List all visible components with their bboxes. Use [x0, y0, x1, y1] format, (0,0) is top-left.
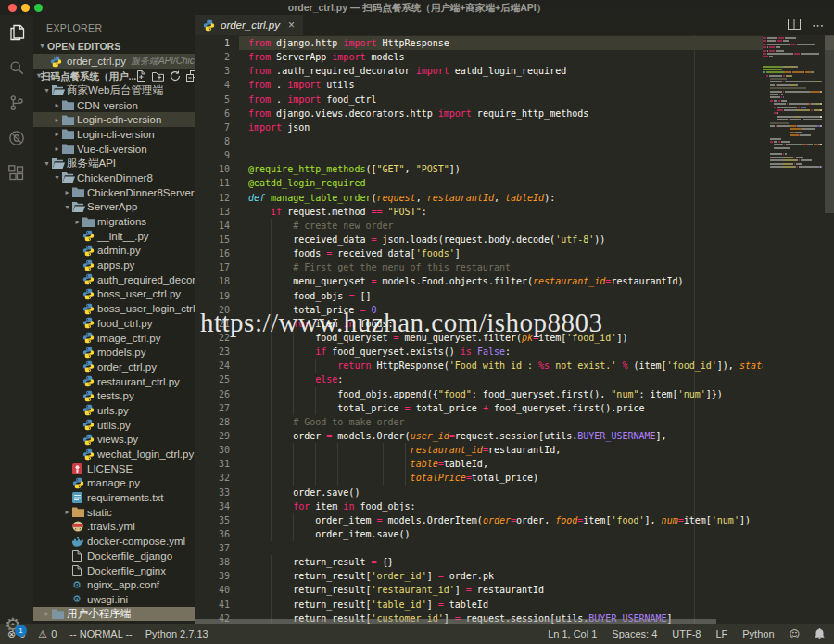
code-line[interactable]: @eatdd_login_required — [239, 176, 834, 190]
code-line[interactable]: total_price = total_price + food_queryse… — [239, 401, 834, 415]
tree-item[interactable]: boss_user_login_ctrl.py — [33, 301, 195, 316]
split-editor-icon[interactable] — [788, 17, 801, 33]
chevron-right-icon[interactable]: ▸ — [52, 145, 62, 153]
tree-item[interactable]: ▾ServerApp — [33, 200, 195, 215]
source-control-icon[interactable] — [0, 85, 33, 120]
chevron-right-icon[interactable]: ▸ — [52, 101, 62, 109]
code-line[interactable]: from django.views.decorators.http import… — [239, 107, 834, 120]
tree-item[interactable]: .travis.yml — [33, 520, 195, 535]
tree-item[interactable]: urls.py — [33, 403, 195, 418]
code-line[interactable]: table=tableId, — [239, 457, 834, 471]
code-line[interactable]: def manage_table_order(request, restaura… — [239, 191, 834, 205]
code-line[interactable]: order.save() — [239, 486, 834, 499]
close-tab-icon[interactable]: × — [288, 19, 295, 32]
tree-item[interactable]: ▾服务端API — [33, 156, 195, 170]
new-file-icon[interactable] — [136, 70, 146, 82]
chevron-down-icon[interactable]: ▾ — [42, 86, 52, 95]
tree-item[interactable]: requirements.txt — [33, 490, 195, 505]
collapse-all-icon[interactable] — [186, 70, 195, 82]
code-line[interactable]: order = models.Order(user_id=request.ses… — [239, 429, 834, 443]
tree-item[interactable]: ▸Login-cdn-version — [33, 112, 195, 127]
code-line[interactable]: return_result['order_id'] = order.pk — [239, 569, 834, 583]
open-editors-header[interactable]: ▾ OPEN EDITORS — [33, 39, 195, 54]
tree-item[interactable]: ▸用户小程序端 — [33, 607, 195, 622]
settings-gear[interactable]: ⚙ 1 — [0, 612, 33, 640]
tree-item[interactable]: auth_required_decorat... — [33, 272, 195, 287]
minimap[interactable] — [763, 35, 825, 624]
code-line[interactable]: foods = received_data['foods'] — [239, 246, 834, 260]
tree-item[interactable]: ▸ChickenDinner8Server — [33, 185, 195, 200]
tree-item[interactable]: ⚙nginx_app.conf — [33, 577, 195, 592]
code-line[interactable]: else: — [239, 373, 834, 386]
chevron-right-icon[interactable]: ▸ — [52, 130, 62, 138]
tree-item[interactable]: views.py — [33, 433, 195, 448]
chevron-down-icon[interactable]: ▾ — [62, 203, 72, 211]
tree-item[interactable]: image_ctrl.py — [33, 331, 195, 346]
tree-item[interactable]: order_ctrl.py — [33, 360, 195, 374]
vertical-scrollbar[interactable] — [825, 35, 834, 213]
code-line[interactable]: food_objs = [] — [239, 289, 834, 303]
code-line[interactable]: @require_http_methods(["GET", "POST"]) — [239, 162, 834, 176]
code-line[interactable]: # First get the menu of this restaurant — [239, 260, 834, 274]
status-item[interactable]: Ln 1, Col 1 — [548, 628, 597, 639]
code-line[interactable]: restaurant_id=restaurantId, — [239, 443, 834, 457]
tab-order-ctrl[interactable]: order_ctrl.py × — [195, 15, 303, 35]
code-line[interactable]: menu_queryset = models.Food.objects.filt… — [239, 274, 834, 288]
code-line[interactable]: from .auth_required_decorator import eat… — [239, 64, 834, 78]
code-line[interactable] — [239, 541, 834, 555]
status-item[interactable]: -- NORMAL -- — [70, 628, 132, 639]
new-folder-icon[interactable] — [152, 71, 164, 82]
chevron-right-icon[interactable]: ▸ — [42, 610, 52, 618]
tree-item[interactable]: boss_user_ctrl.py — [33, 287, 195, 302]
tree-item[interactable]: ▸Vue-cli-version — [33, 142, 195, 157]
tree-item[interactable]: restaurant_ctrl.py — [33, 374, 195, 389]
code-editor[interactable]: 1234567891011121314151617181920212223242… — [195, 35, 834, 624]
more-actions-icon[interactable]: ⋯ — [812, 19, 825, 32]
code-line[interactable]: for item in food_objs: — [239, 499, 834, 513]
tree-item[interactable]: docker-compose.yml — [33, 534, 195, 549]
code-line[interactable]: # Good to make order — [239, 415, 834, 429]
tree-item[interactable]: ▸CDN-version — [33, 98, 195, 113]
explorer-icon[interactable] — [0, 15, 33, 50]
tree-item[interactable]: utils.py — [33, 418, 195, 433]
code-line[interactable]: from django.http import HttpResponse — [239, 36, 834, 50]
code-line[interactable] — [239, 148, 834, 162]
status-item[interactable]: UTF-8 — [672, 628, 701, 639]
tree-item[interactable]: models.py — [33, 345, 195, 360]
status-item[interactable]: Python — [742, 628, 774, 639]
code-line[interactable]: from ServerApp import models — [239, 50, 834, 64]
status-item[interactable]: LF — [715, 628, 727, 639]
open-editor-item[interactable]: order_ctrl.py 服务端API/Chicke.. — [33, 54, 195, 69]
tree-item[interactable]: ▸migrations — [33, 214, 195, 229]
tree-item[interactable]: food_ctrl.py — [33, 316, 195, 331]
status-item-smiley[interactable]: ☺ — [790, 628, 800, 640]
tree-item[interactable]: tests.py — [33, 388, 195, 403]
tree-item[interactable]: ⚙uwsgi.ini — [33, 592, 195, 607]
chevron-right-icon[interactable]: ▸ — [52, 116, 62, 124]
tree-item[interactable]: Dockerfile_django — [33, 549, 195, 563]
tree-item[interactable]: admin.py — [33, 244, 195, 259]
debug-icon[interactable] — [0, 120, 33, 156]
tree-item[interactable]: manage.py — [33, 476, 195, 491]
folder-section-header[interactable]: ▾ 扫码点餐系统（用户... — [33, 69, 195, 83]
code-line[interactable]: return_result['restaurant_id'] = restaur… — [239, 583, 834, 597]
tree-item[interactable]: ▸static — [33, 505, 195, 520]
chevron-down-icon[interactable]: ▾ — [37, 39, 47, 54]
code-line[interactable]: return_result['table_id'] = tableId — [239, 598, 834, 612]
bell-icon[interactable] — [815, 628, 825, 639]
tree-item[interactable]: ▾商家Web后台管理端 — [33, 83, 195, 98]
code-line[interactable]: if food_queryset.exists() is False: — [239, 345, 834, 359]
chevron-right-icon[interactable]: ▸ — [62, 508, 72, 516]
code-line[interactable]: import json — [239, 120, 834, 134]
code-line[interactable]: return_result = {} — [239, 555, 834, 569]
tree-item[interactable]: wechat_login_ctrl.py — [33, 447, 195, 461]
tree-item[interactable]: Dockerfile_nginx — [33, 563, 195, 578]
code-line[interactable]: order_item.save() — [239, 527, 834, 541]
code-line[interactable]: # create new order — [239, 219, 834, 233]
tree-item[interactable]: ▸Login-cli-version — [33, 127, 195, 142]
chevron-right-icon[interactable]: ▸ — [72, 218, 82, 226]
chevron-right-icon[interactable]: ▸ — [62, 188, 72, 196]
extensions-icon[interactable] — [0, 156, 33, 191]
code-line[interactable]: if request.method == "POST": — [239, 205, 834, 219]
tree-item[interactable]: ▾ChickenDinner8 — [33, 170, 195, 185]
